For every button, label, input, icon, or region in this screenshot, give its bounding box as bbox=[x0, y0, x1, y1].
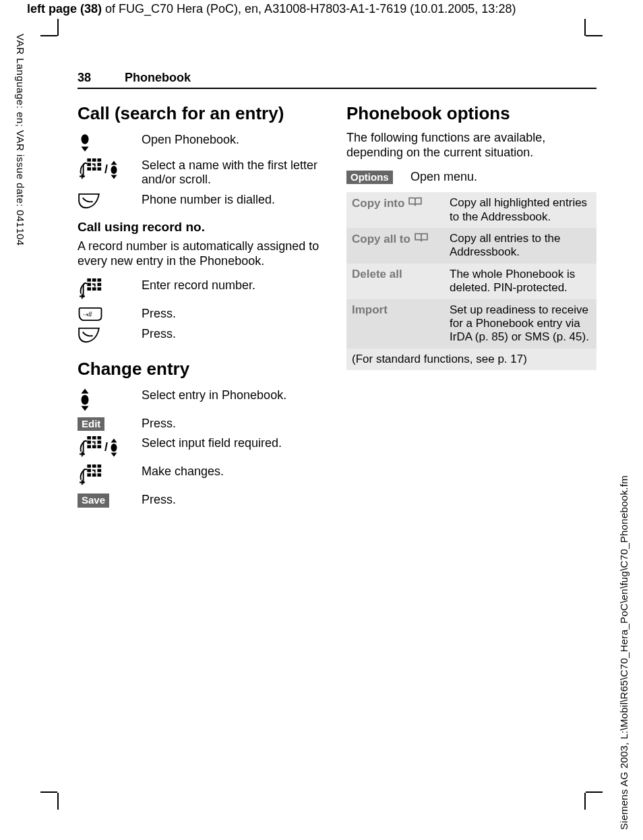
heading-phonebook-options: Phonebook options bbox=[346, 104, 596, 123]
step-icon-cell: / bbox=[78, 156, 142, 190]
hash-key-icon bbox=[78, 307, 103, 322]
step-row: /Select input field required. bbox=[78, 433, 328, 462]
call-key-icon bbox=[78, 193, 100, 210]
step-text: Enter record number. bbox=[142, 276, 328, 304]
page-number: 38 bbox=[78, 71, 91, 85]
crop-mark bbox=[40, 35, 57, 36]
crop-mark bbox=[57, 793, 59, 810]
page-side-label: left page (38) bbox=[27, 2, 102, 16]
step-text: Select a name with the first letter and/… bbox=[142, 156, 328, 190]
keypad-joy-icon bbox=[108, 160, 120, 180]
options-open-text: Open menu. bbox=[410, 167, 596, 187]
options-open-row: Options Open menu. bbox=[346, 167, 596, 187]
build-info-rest: of FUG_C70 Hera (PoC), en, A31008-H7803-… bbox=[102, 2, 516, 16]
crop-mark bbox=[584, 19, 586, 36]
option-label: Delete all bbox=[346, 264, 444, 299]
step-text: Make changes. bbox=[142, 462, 328, 490]
step-icon-cell bbox=[78, 276, 142, 304]
step-icon-cell bbox=[78, 130, 142, 156]
options-table: Copy into Copy all highlighted entries t… bbox=[346, 192, 596, 370]
change-steps: Select entry in Phonebook.EditPress./Sel… bbox=[78, 386, 328, 510]
heading-call-search: Call (search for an entry) bbox=[78, 104, 328, 123]
step-icon-cell bbox=[78, 324, 142, 347]
option-label: Import bbox=[346, 299, 444, 349]
step-text: Press. bbox=[142, 490, 328, 510]
keypad-icon bbox=[78, 278, 104, 301]
step-text: Phone number is dialled. bbox=[142, 190, 328, 213]
step-text: Select input field required. bbox=[142, 433, 328, 462]
page-title: Phonebook bbox=[125, 71, 191, 85]
page-content: 38 Phonebook Call (search for an entry) … bbox=[78, 71, 596, 510]
option-label: Copy into bbox=[346, 192, 444, 228]
heading-call-record: Call using record no. bbox=[78, 220, 328, 235]
step-row: Enter record number. bbox=[78, 276, 328, 304]
option-desc: Copy all entries to the Addressbook. bbox=[444, 228, 596, 264]
call-key-icon bbox=[78, 327, 100, 344]
option-desc: Set up readiness to receive for a Phoneb… bbox=[444, 299, 596, 349]
step-text: Press. bbox=[142, 304, 328, 324]
step-icon-cell: / bbox=[78, 433, 142, 462]
file-path-sidebar: Siemens AG 2003, L:\Mobil\R65\C70_Hera_P… bbox=[618, 475, 630, 830]
addressbook-icon bbox=[408, 196, 423, 207]
keypad-icon bbox=[78, 464, 104, 487]
keypad-joy-icon bbox=[78, 158, 104, 181]
options-footer-row: (For standard functions, see p. 17) bbox=[346, 349, 596, 370]
option-row: Copy into Copy all highlighted entries t… bbox=[346, 192, 596, 228]
heading-change-entry: Change entry bbox=[78, 359, 328, 379]
step-row: Press. bbox=[78, 324, 328, 347]
option-row: Copy all to Copy all entries to the Addr… bbox=[346, 228, 596, 264]
step-row: /Select a name with the first letter and… bbox=[78, 156, 328, 190]
record-steps: Enter record number.Press.Press. bbox=[78, 276, 328, 347]
option-desc: Copy all highlighted entries to the Addr… bbox=[444, 192, 596, 228]
edit-softkey: Edit bbox=[78, 417, 104, 431]
step-row: Make changes. bbox=[78, 462, 328, 490]
crop-mark bbox=[40, 791, 57, 793]
step-text: Press. bbox=[142, 414, 328, 434]
step-icon-cell bbox=[78, 190, 142, 213]
step-row: Select entry in Phonebook. bbox=[78, 386, 328, 414]
option-desc: The whole Phonebook is deleted. PIN-prot… bbox=[444, 264, 596, 299]
joy-down-icon bbox=[78, 133, 92, 153]
option-row: ImportSet up readiness to receive for a … bbox=[346, 299, 596, 349]
save-softkey: Save bbox=[78, 493, 109, 508]
step-text: Select entry in Phonebook. bbox=[142, 386, 328, 414]
running-header: 38 Phonebook bbox=[78, 71, 596, 89]
step-text: Open Phonebook. bbox=[142, 130, 328, 156]
crop-mark bbox=[57, 19, 59, 36]
step-icon-cell bbox=[78, 304, 142, 324]
addressbook-icon bbox=[414, 232, 429, 243]
record-paragraph: A record number is automatically assigne… bbox=[78, 239, 328, 269]
step-text: Press. bbox=[142, 324, 328, 347]
crop-mark bbox=[586, 791, 603, 793]
keypad-joy-icon bbox=[78, 436, 104, 459]
options-softkey: Options bbox=[346, 171, 393, 185]
keypad-joy-icon bbox=[108, 438, 120, 458]
step-row: SavePress. bbox=[78, 490, 328, 510]
step-icon-cell bbox=[78, 462, 142, 490]
step-row: Phone number is dialled. bbox=[78, 190, 328, 213]
option-row: Delete allThe whole Phonebook is deleted… bbox=[346, 264, 596, 299]
crop-mark bbox=[584, 793, 586, 810]
step-icon-cell: Save bbox=[78, 490, 142, 510]
step-row: Open Phonebook. bbox=[78, 130, 328, 156]
right-column: Phonebook options The following function… bbox=[346, 104, 596, 510]
joy-updown-icon bbox=[78, 388, 92, 411]
build-info-header: left page (38) of FUG_C70 Hera (PoC), en… bbox=[27, 2, 516, 16]
left-column: Call (search for an entry) Open Phoneboo… bbox=[78, 104, 328, 510]
step-row: EditPress. bbox=[78, 414, 328, 434]
var-language-sidebar: VAR Language: en; VAR issue date: 041104 bbox=[15, 34, 26, 246]
step-icon-cell: Edit bbox=[78, 414, 142, 434]
crop-mark bbox=[586, 35, 603, 36]
step-icon-cell bbox=[78, 386, 142, 414]
option-label: Copy all to bbox=[346, 228, 444, 264]
step-row: Press. bbox=[78, 304, 328, 324]
call-steps: Open Phonebook./Select a name with the f… bbox=[78, 130, 328, 213]
options-intro: The following functions are available, d… bbox=[346, 130, 596, 160]
options-footer-text: (For standard functions, see p. 17) bbox=[346, 349, 596, 370]
